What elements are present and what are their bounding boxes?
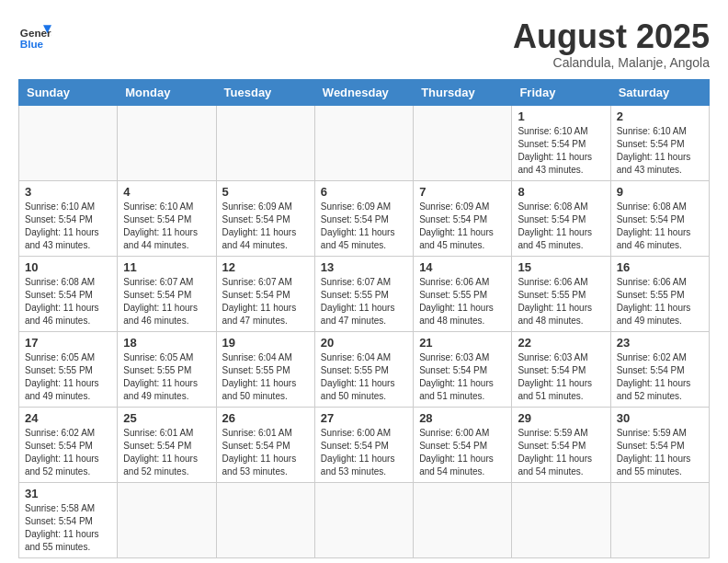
day-number: 8 bbox=[518, 185, 604, 199]
calendar-cell: 5Sunrise: 6:09 AM Sunset: 5:54 PM Daylig… bbox=[216, 180, 314, 256]
day-number: 11 bbox=[123, 260, 210, 274]
calendar-cell bbox=[314, 105, 413, 180]
calendar-cell: 24Sunrise: 6:02 AM Sunset: 5:54 PM Dayli… bbox=[19, 407, 118, 482]
calendar-week-0: 1Sunrise: 6:10 AM Sunset: 5:54 PM Daylig… bbox=[19, 105, 710, 180]
day-info: Sunrise: 6:06 AM Sunset: 5:55 PM Dayligh… bbox=[419, 276, 506, 327]
day-header-friday: Friday bbox=[512, 79, 610, 105]
day-info: Sunrise: 6:02 AM Sunset: 5:54 PM Dayligh… bbox=[617, 351, 703, 403]
day-info: Sunrise: 6:02 AM Sunset: 5:54 PM Dayligh… bbox=[25, 427, 111, 478]
day-info: Sunrise: 6:09 AM Sunset: 5:54 PM Dayligh… bbox=[419, 201, 506, 252]
calendar-cell: 15Sunrise: 6:06 AM Sunset: 5:55 PM Dayli… bbox=[512, 256, 610, 331]
day-number: 21 bbox=[419, 336, 506, 350]
location-title: Calandula, Malanje, Angola bbox=[513, 55, 710, 70]
day-number: 7 bbox=[419, 185, 506, 199]
calendar-cell: 10Sunrise: 6:08 AM Sunset: 5:54 PM Dayli… bbox=[19, 256, 118, 331]
day-info: Sunrise: 6:05 AM Sunset: 5:55 PM Dayligh… bbox=[25, 351, 111, 403]
day-info: Sunrise: 6:05 AM Sunset: 5:55 PM Dayligh… bbox=[123, 351, 210, 403]
day-number: 20 bbox=[321, 336, 407, 350]
calendar-cell: 18Sunrise: 6:05 AM Sunset: 5:55 PM Dayli… bbox=[118, 331, 216, 407]
day-number: 24 bbox=[25, 411, 111, 425]
day-info: Sunrise: 6:10 AM Sunset: 5:54 PM Dayligh… bbox=[518, 125, 604, 177]
day-info: Sunrise: 6:03 AM Sunset: 5:54 PM Dayligh… bbox=[518, 351, 604, 403]
calendar-header-row: SundayMondayTuesdayWednesdayThursdayFrid… bbox=[19, 79, 710, 105]
day-number: 18 bbox=[123, 336, 210, 350]
calendar-week-1: 3Sunrise: 6:10 AM Sunset: 5:54 PM Daylig… bbox=[19, 180, 710, 256]
day-number: 19 bbox=[222, 336, 309, 350]
calendar-cell bbox=[216, 482, 314, 557]
calendar-week-5: 31Sunrise: 5:58 AM Sunset: 5:54 PM Dayli… bbox=[19, 482, 710, 557]
calendar-cell: 6Sunrise: 6:09 AM Sunset: 5:54 PM Daylig… bbox=[314, 180, 413, 256]
day-info: Sunrise: 5:58 AM Sunset: 5:54 PM Dayligh… bbox=[25, 502, 111, 554]
day-info: Sunrise: 6:08 AM Sunset: 5:54 PM Dayligh… bbox=[25, 276, 111, 327]
day-number: 29 bbox=[518, 411, 604, 425]
calendar-cell: 13Sunrise: 6:07 AM Sunset: 5:55 PM Dayli… bbox=[314, 256, 413, 331]
day-number: 4 bbox=[123, 185, 210, 199]
day-info: Sunrise: 6:04 AM Sunset: 5:55 PM Dayligh… bbox=[222, 351, 309, 403]
day-info: Sunrise: 6:07 AM Sunset: 5:55 PM Dayligh… bbox=[321, 276, 407, 327]
day-number: 26 bbox=[222, 411, 309, 425]
calendar-cell: 16Sunrise: 6:06 AM Sunset: 5:55 PM Dayli… bbox=[610, 256, 709, 331]
day-number: 6 bbox=[321, 185, 407, 199]
day-header-monday: Monday bbox=[118, 79, 216, 105]
calendar-cell: 3Sunrise: 6:10 AM Sunset: 5:54 PM Daylig… bbox=[19, 180, 118, 256]
calendar-cell: 1Sunrise: 6:10 AM Sunset: 5:54 PM Daylig… bbox=[512, 105, 610, 180]
calendar-cell: 8Sunrise: 6:08 AM Sunset: 5:54 PM Daylig… bbox=[512, 180, 610, 256]
day-info: Sunrise: 5:59 AM Sunset: 5:54 PM Dayligh… bbox=[617, 427, 703, 478]
day-info: Sunrise: 6:10 AM Sunset: 5:54 PM Dayligh… bbox=[617, 125, 703, 177]
day-info: Sunrise: 6:06 AM Sunset: 5:55 PM Dayligh… bbox=[617, 276, 703, 327]
day-header-saturday: Saturday bbox=[610, 79, 709, 105]
day-header-sunday: Sunday bbox=[19, 79, 118, 105]
day-info: Sunrise: 6:07 AM Sunset: 5:54 PM Dayligh… bbox=[123, 276, 210, 327]
day-number: 12 bbox=[222, 260, 309, 274]
calendar-cell: 23Sunrise: 6:02 AM Sunset: 5:54 PM Dayli… bbox=[610, 331, 709, 407]
day-header-thursday: Thursday bbox=[414, 79, 512, 105]
calendar-week-2: 10Sunrise: 6:08 AM Sunset: 5:54 PM Dayli… bbox=[19, 256, 710, 331]
calendar-cell: 12Sunrise: 6:07 AM Sunset: 5:54 PM Dayli… bbox=[216, 256, 314, 331]
calendar-cell bbox=[414, 482, 512, 557]
month-title: August 2025 bbox=[513, 18, 710, 55]
calendar-cell bbox=[314, 482, 413, 557]
day-number: 27 bbox=[321, 411, 407, 425]
day-info: Sunrise: 6:06 AM Sunset: 5:55 PM Dayligh… bbox=[518, 276, 604, 327]
day-info: Sunrise: 6:04 AM Sunset: 5:55 PM Dayligh… bbox=[321, 351, 407, 403]
day-info: Sunrise: 6:09 AM Sunset: 5:54 PM Dayligh… bbox=[321, 201, 407, 252]
day-number: 1 bbox=[518, 109, 604, 123]
svg-text:Blue: Blue bbox=[20, 38, 44, 50]
calendar-cell: 25Sunrise: 6:01 AM Sunset: 5:54 PM Dayli… bbox=[118, 407, 216, 482]
title-area: August 2025 Calandula, Malanje, Angola bbox=[513, 18, 710, 70]
logo: General Blue bbox=[18, 18, 51, 52]
day-number: 23 bbox=[617, 336, 703, 350]
day-number: 10 bbox=[25, 260, 111, 274]
calendar-cell bbox=[19, 105, 118, 180]
calendar-cell: 9Sunrise: 6:08 AM Sunset: 5:54 PM Daylig… bbox=[610, 180, 709, 256]
day-info: Sunrise: 6:00 AM Sunset: 5:54 PM Dayligh… bbox=[321, 427, 407, 478]
calendar-cell bbox=[118, 482, 216, 557]
day-header-wednesday: Wednesday bbox=[314, 79, 413, 105]
day-info: Sunrise: 6:08 AM Sunset: 5:54 PM Dayligh… bbox=[518, 201, 604, 252]
page-header: General Blue August 2025 Calandula, Mala… bbox=[18, 18, 710, 70]
calendar-cell: 17Sunrise: 6:05 AM Sunset: 5:55 PM Dayli… bbox=[19, 331, 118, 407]
calendar-cell: 29Sunrise: 5:59 AM Sunset: 5:54 PM Dayli… bbox=[512, 407, 610, 482]
day-number: 14 bbox=[419, 260, 506, 274]
day-number: 25 bbox=[123, 411, 210, 425]
day-info: Sunrise: 6:01 AM Sunset: 5:54 PM Dayligh… bbox=[222, 427, 309, 478]
day-info: Sunrise: 6:09 AM Sunset: 5:54 PM Dayligh… bbox=[222, 201, 309, 252]
day-info: Sunrise: 5:59 AM Sunset: 5:54 PM Dayligh… bbox=[518, 427, 604, 478]
calendar-cell: 19Sunrise: 6:04 AM Sunset: 5:55 PM Dayli… bbox=[216, 331, 314, 407]
calendar-week-3: 17Sunrise: 6:05 AM Sunset: 5:55 PM Dayli… bbox=[19, 331, 710, 407]
calendar-cell: 27Sunrise: 6:00 AM Sunset: 5:54 PM Dayli… bbox=[314, 407, 413, 482]
day-number: 17 bbox=[25, 336, 111, 350]
day-info: Sunrise: 6:03 AM Sunset: 5:54 PM Dayligh… bbox=[419, 351, 506, 403]
day-number: 28 bbox=[419, 411, 506, 425]
day-number: 9 bbox=[617, 185, 703, 199]
day-info: Sunrise: 6:07 AM Sunset: 5:54 PM Dayligh… bbox=[222, 276, 309, 327]
calendar-cell: 2Sunrise: 6:10 AM Sunset: 5:54 PM Daylig… bbox=[610, 105, 709, 180]
day-info: Sunrise: 6:10 AM Sunset: 5:54 PM Dayligh… bbox=[123, 201, 210, 252]
day-header-tuesday: Tuesday bbox=[216, 79, 314, 105]
day-info: Sunrise: 6:00 AM Sunset: 5:54 PM Dayligh… bbox=[419, 427, 506, 478]
day-info: Sunrise: 6:01 AM Sunset: 5:54 PM Dayligh… bbox=[123, 427, 210, 478]
calendar-cell: 30Sunrise: 5:59 AM Sunset: 5:54 PM Dayli… bbox=[610, 407, 709, 482]
day-info: Sunrise: 6:08 AM Sunset: 5:54 PM Dayligh… bbox=[617, 201, 703, 252]
calendar-cell: 14Sunrise: 6:06 AM Sunset: 5:55 PM Dayli… bbox=[414, 256, 512, 331]
calendar-cell: 26Sunrise: 6:01 AM Sunset: 5:54 PM Dayli… bbox=[216, 407, 314, 482]
